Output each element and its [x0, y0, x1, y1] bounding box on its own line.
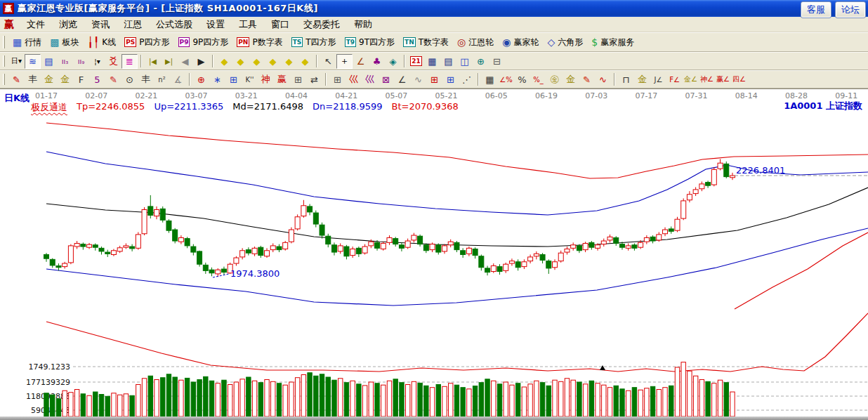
forum-button[interactable]: 论坛	[835, 1, 866, 18]
color-histogram-button[interactable]: ≣	[121, 54, 138, 69]
9t-square-button[interactable]: T99T四方形	[341, 35, 399, 50]
target-tool-button[interactable]: ⊕	[193, 72, 209, 87]
grid-arrow-button[interactable]: ⊞	[442, 72, 459, 87]
calendar-button[interactable]: 21	[408, 54, 424, 69]
gold-fence-1-button[interactable]: 金	[41, 72, 57, 87]
notepad-button[interactable]: ▤	[440, 54, 456, 69]
chart-canvas[interactable]: 01-1702-0702-2103-0703-2104-0404-2105-07…	[0, 89, 868, 420]
diamond-shift-left-button[interactable]: ◆	[216, 54, 232, 69]
diamond-compress-button[interactable]: ◆	[265, 54, 281, 69]
box-cross-button[interactable]: ⊞	[329, 72, 346, 87]
customer-service-button[interactable]: 客服	[801, 1, 831, 18]
brush-tool-button[interactable]: ✎	[579, 72, 595, 87]
last-bar-button[interactable]: ▶|	[161, 54, 177, 69]
diamond-shift-right-button[interactable]: ◆	[232, 54, 249, 69]
red-wave-button[interactable]: ∿	[595, 72, 611, 87]
9p-square-button[interactable]: P99P四方形	[174, 35, 233, 50]
diamond-expand-v-button[interactable]: ◆	[281, 54, 297, 69]
percent-angle-button[interactable]: ∠%	[498, 72, 514, 87]
purple-fan-button[interactable]: 巛	[362, 72, 378, 87]
grid-123-button[interactable]: ⊞	[290, 72, 306, 87]
gann-box-button[interactable]: ▦	[482, 72, 498, 87]
t-number-table-button[interactable]: TNT数字表	[399, 35, 453, 50]
f-angle-button[interactable]: F∠	[666, 72, 683, 87]
gold-lines-button[interactable]: 金	[563, 72, 579, 87]
info-doc-button[interactable]: ▤	[41, 54, 57, 69]
wave-tool-button[interactable]: ∿	[410, 72, 426, 87]
gann-tool-button[interactable]: ♣	[369, 54, 385, 69]
calculator-button[interactable]: ▦	[424, 54, 440, 69]
prev-bar-button[interactable]: ◀	[177, 54, 193, 69]
j-angle-button[interactable]: J∠	[650, 72, 666, 87]
five-fence-button[interactable]: 5	[89, 72, 105, 87]
menu-item-交易委托[interactable]: 交易委托	[296, 18, 347, 31]
bars-3-button[interactable]: ıı₃	[57, 54, 73, 69]
menu-item-江恩[interactable]: 江恩	[117, 18, 149, 31]
p-number-table-button[interactable]: PNP数字表	[232, 35, 287, 50]
rays-tool-button[interactable]: 巛	[346, 72, 362, 87]
export-button[interactable]: ⊕	[473, 54, 489, 69]
star-tool-button[interactable]: ∗	[209, 72, 225, 87]
fence-2-button[interactable]: 丰	[138, 72, 154, 87]
candle-style-dropdown[interactable]: ¦▾	[89, 54, 105, 69]
sectors-button[interactable]: ▩板块	[46, 35, 83, 50]
pencil-tool-button[interactable]: ✎	[8, 72, 25, 87]
a-angle-button[interactable]: ∡	[170, 72, 186, 87]
ying-fence-button[interactable]: 赢	[274, 72, 290, 87]
clock-tool-button[interactable]: ⊙	[121, 72, 138, 87]
hand-tool-button[interactable]: ↖	[320, 54, 336, 69]
swap-tool-button[interactable]: ⇄	[306, 72, 322, 87]
gann-wheel-button[interactable]: ◎江恩轮	[453, 35, 498, 50]
gold-underline-button[interactable]: 金	[634, 72, 650, 87]
diamond-expand-all-button[interactable]: ◆	[297, 54, 313, 69]
wave-box-button[interactable]: ⊓	[618, 72, 634, 87]
menu-item-公式选股[interactable]: 公式选股	[149, 18, 199, 31]
ying-angle-button[interactable]: 赢∠	[715, 72, 731, 87]
pencil-2-button[interactable]: ✎	[105, 72, 121, 87]
gold-circle-button[interactable]: ㊎	[546, 72, 563, 87]
shen-fence-button[interactable]: 神	[258, 72, 274, 87]
menu-item-文件[interactable]: 文件	[20, 18, 52, 31]
f-fence-button[interactable]: F	[73, 72, 89, 87]
quotes-button[interactable]: ▦行情	[8, 35, 46, 50]
menu-item-工具[interactable]: 工具	[232, 18, 264, 31]
toolbar-grip[interactable]	[3, 36, 5, 48]
shen-angle-button[interactable]: 神∠	[699, 72, 715, 87]
angle-measure-button[interactable]: ∠	[353, 54, 369, 69]
print-button[interactable]: ⊟	[489, 54, 505, 69]
menu-item-浏览[interactable]: 浏览	[52, 18, 84, 31]
n-square-button[interactable]: n²	[154, 72, 170, 87]
diamond-expand-h-button[interactable]: ◆	[249, 54, 265, 69]
si-angle-button[interactable]: 四∠	[731, 72, 747, 87]
p-square-button[interactable]: PSP四方形	[120, 35, 173, 50]
red-figure-button[interactable]: 爻	[105, 54, 121, 69]
percent-line-button[interactable]: %_	[530, 72, 546, 87]
menu-item-窗口[interactable]: 窗口	[264, 18, 296, 31]
overlay-tool-button[interactable]: ≋	[25, 54, 41, 69]
first-bar-button[interactable]: |◀	[145, 54, 161, 69]
hexagon-button[interactable]: ◇六角形	[543, 35, 587, 50]
crosshair-tool-button[interactable]: ＋	[336, 54, 353, 69]
fence-tool-button[interactable]: 丰	[25, 72, 41, 87]
gold-angle-button[interactable]: 金∠	[683, 72, 699, 87]
gold-fence-2-button[interactable]: 金	[57, 72, 73, 87]
t-square-button[interactable]: TST四方形	[287, 35, 341, 50]
winner-wheel-button[interactable]: ◉赢家轮	[498, 35, 543, 50]
toolbar-grip[interactable]	[3, 55, 5, 67]
purple-box-button[interactable]: ⊠	[378, 72, 394, 87]
next-bar-button[interactable]: ▶	[193, 54, 209, 69]
grid-rb-button[interactable]: ⊞	[426, 72, 442, 87]
grid-tool-button[interactable]: ⊞	[225, 72, 242, 87]
kline-button[interactable]: ╽╿K线	[83, 35, 120, 50]
menu-item-帮助[interactable]: 帮助	[347, 18, 379, 31]
angle-lines-button[interactable]: ∠	[394, 72, 410, 87]
menu-item-资讯[interactable]: 资讯	[84, 18, 117, 31]
menu-item-设置[interactable]: 设置	[199, 18, 232, 31]
k-quote-button[interactable]: K''	[242, 72, 258, 87]
percent-button[interactable]: %	[514, 72, 530, 87]
slash-lines-button[interactable]: ⋰	[459, 72, 475, 87]
knot-tool-button[interactable]: ◈	[385, 54, 401, 69]
toolbar-grip[interactable]	[3, 74, 5, 86]
bars-9-button[interactable]: ıı₉	[73, 54, 89, 69]
day-period-dropdown[interactable]: 日▾	[8, 54, 25, 69]
